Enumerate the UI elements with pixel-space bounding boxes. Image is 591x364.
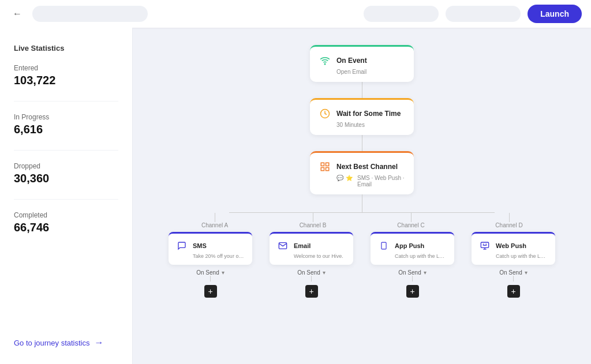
divider-2: [14, 150, 118, 151]
navbar-input-2: [446, 6, 521, 22]
node-on-event-subtitle: Open Email: [336, 69, 406, 75]
on-send-sms-label: On Send: [196, 269, 219, 276]
chevron-down-webpush: ▾: [525, 269, 528, 276]
channel-email-header: Email: [276, 239, 346, 252]
nbc-icons: 💬 ⭐ SMS · Web Push · Email: [336, 175, 406, 187]
stat-entered-label: Entered: [14, 64, 118, 72]
channel-d-label: Channel D: [495, 222, 522, 228]
channel-b-label: Channel B: [300, 222, 327, 228]
channel-c: App Push Catch up with the Legends! On S…: [371, 232, 454, 298]
channel-d: Web Push Catch up with the Legends! On S…: [472, 232, 555, 298]
channel-a-label: Channel A: [201, 222, 228, 228]
channel-d-col: Channel D: [469, 213, 549, 232]
channel-email-desc: Welcome to our Hive.: [294, 253, 346, 259]
channel-c-vline: [411, 213, 412, 222]
on-send-sms[interactable]: On Send ▾: [196, 269, 224, 276]
channel-sms-title: SMS: [193, 242, 207, 249]
stat-inprogress-value: 6,616: [14, 123, 118, 136]
divider-3: [14, 199, 118, 200]
conn-sms: [210, 276, 211, 282]
add-node-apppush[interactable]: +: [406, 285, 419, 298]
channel-apppush-desc: Catch up with the Legends!: [395, 253, 447, 259]
stat-dropped: Dropped 30,360: [14, 162, 118, 185]
node-nbc-title: Next Best Channel: [336, 163, 398, 171]
connector-2: [362, 135, 362, 151]
node-next-best[interactable]: Next Best Channel 💬 ⭐ SMS · Web Push · E…: [310, 151, 414, 194]
stat-inprogress-label: In Progress: [14, 113, 118, 121]
on-send-apppush-label: On Send: [398, 269, 421, 276]
svg-rect-9: [381, 242, 386, 249]
stat-dropped-value: 30,360: [14, 172, 118, 185]
channel-card-sms[interactable]: SMS Take 20% off your order with code ..…: [169, 232, 252, 265]
node-wait-time[interactable]: Wait for Some Time 30 Minutes: [310, 98, 414, 135]
channel-apppush-title: App Push: [395, 242, 424, 249]
on-send-webpush[interactable]: On Send ▾: [499, 269, 527, 276]
navbar-input-1: [364, 6, 439, 22]
canvas: On Event Open Email Wait for Some Time: [133, 28, 591, 364]
back-button[interactable]: ←: [9, 6, 25, 22]
node-wait-header: Wait for Some Time: [318, 107, 406, 121]
channel-card-webpush[interactable]: Web Push Catch up with the Legends!: [472, 232, 555, 265]
stat-completed-value: 66,746: [14, 221, 118, 234]
svg-point-0: [324, 63, 326, 65]
sidebar-title: Live Statistics: [14, 44, 118, 52]
journey-stats-link[interactable]: Go to journey statistics →: [14, 337, 118, 348]
on-send-apppush[interactable]: On Send ▾: [398, 269, 426, 276]
branch-horizontal-line: [229, 212, 495, 213]
node-nbc-subtitle: SMS · Web Push · Email: [357, 175, 406, 187]
channel-email-title: Email: [294, 242, 311, 249]
email-icon: [276, 239, 289, 252]
journey-link-label: Go to journey statistics: [14, 339, 90, 347]
channel-sms-header: SMS: [175, 239, 245, 252]
channel-webpush-title: Web Push: [496, 242, 526, 249]
channel-webpush-header: Web Push: [478, 239, 548, 252]
branch-main-line: [362, 194, 362, 213]
node-wait-subtitle: 30 Minutes: [336, 122, 406, 128]
nbc-sms-icon: 💬: [336, 175, 343, 187]
divider-1: [14, 101, 118, 102]
channel-a: SMS Take 20% off your order with code ..…: [169, 232, 252, 298]
channel-c-label: Channel C: [397, 222, 424, 228]
add-node-sms[interactable]: +: [204, 285, 217, 298]
node-on-event-title: On Event: [336, 57, 367, 65]
stat-completed: Completed 66,746: [14, 211, 118, 234]
app-push-icon: [377, 239, 390, 252]
stat-completed-label: Completed: [14, 211, 118, 219]
stat-entered: Entered 103,722: [14, 64, 118, 87]
channel-b: Email Welcome to our Hive. On Send ▾ +: [270, 232, 353, 298]
channel-webpush-desc: Catch up with the Legends!: [496, 253, 548, 259]
channel-labels-row: Channel A Channel B Channel C Channel D: [174, 213, 549, 232]
launch-button[interactable]: Launch: [528, 5, 582, 23]
nbc-star-icon: ⭐: [346, 175, 353, 187]
next-best-icon: [318, 160, 332, 174]
web-push-icon: [478, 239, 491, 252]
channels-row: SMS Take 20% off your order with code ..…: [174, 232, 549, 298]
channel-apppush-header: App Push: [377, 239, 447, 252]
add-node-email[interactable]: +: [305, 285, 318, 298]
node-wait-title: Wait for Some Time: [336, 110, 401, 118]
channel-a-vline: [215, 213, 215, 222]
svg-rect-3: [326, 163, 329, 166]
node-on-event[interactable]: On Event Open Email: [310, 45, 414, 82]
channel-card-email[interactable]: Email Welcome to our Hive.: [270, 232, 353, 265]
conn-email: [311, 276, 312, 282]
flow-container: On Event Open Email Wait for Some Time: [144, 45, 579, 298]
channel-card-apppush[interactable]: App Push Catch up with the Legends!: [371, 232, 454, 265]
navbar-title: [32, 6, 148, 22]
connector-1: [362, 82, 362, 98]
channel-b-vline: [313, 213, 313, 222]
node-nbc-header: Next Best Channel: [318, 160, 406, 174]
svg-rect-2: [321, 163, 324, 166]
on-send-email-label: On Send: [297, 269, 320, 276]
stat-dropped-label: Dropped: [14, 162, 118, 170]
svg-rect-5: [321, 168, 324, 171]
chevron-down-apppush: ▾: [424, 269, 427, 276]
conn-webpush: [513, 276, 514, 282]
navbar: ← Launch: [0, 0, 591, 28]
chevron-down-sms: ▾: [222, 269, 225, 276]
back-icon: ←: [13, 9, 22, 19]
on-send-email[interactable]: On Send ▾: [297, 269, 325, 276]
branch-connector: [174, 194, 549, 213]
add-node-webpush[interactable]: +: [507, 285, 520, 298]
channel-c-col: Channel C: [371, 213, 451, 232]
